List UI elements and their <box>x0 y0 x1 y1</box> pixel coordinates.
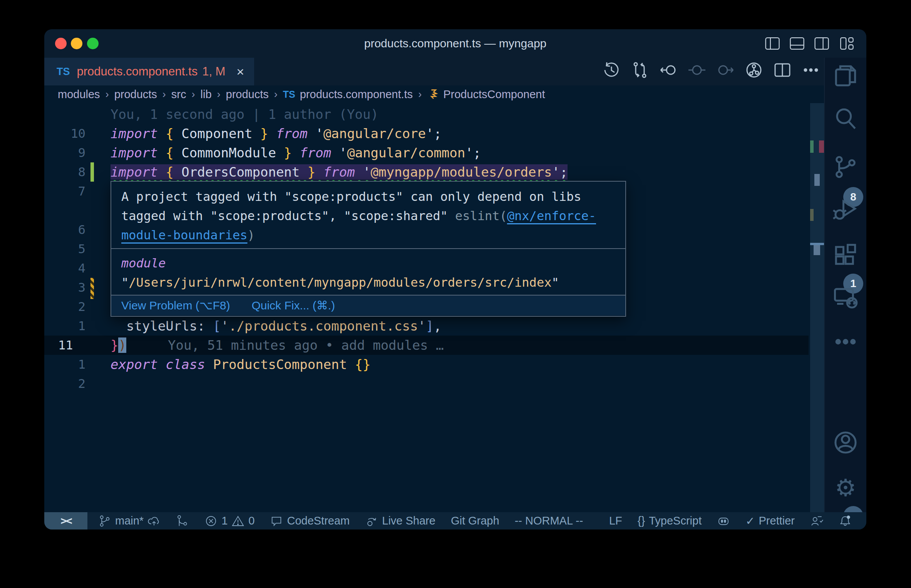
code-line-11-current[interactable]: })You, 51 minutes ago • add modules … <box>111 336 444 355</box>
more-actions-icon[interactable] <box>802 61 820 81</box>
next-diff-icon-disabled[interactable] <box>716 61 735 81</box>
code-line-8-error[interactable]: import { OrdersComponent } from '@myngap… <box>111 162 568 182</box>
search-icon[interactable] <box>833 106 858 133</box>
line-number: 7 <box>44 182 85 201</box>
line-number: 1 <box>44 316 85 336</box>
git-graph-circle-icon[interactable] <box>745 61 763 81</box>
scrollbar-slider[interactable] <box>810 103 824 512</box>
language-indicator[interactable]: {}TypeScript <box>638 514 702 527</box>
line-number: 10 <box>44 124 85 143</box>
line-number: 6 <box>44 220 85 239</box>
line-number: 9 <box>44 143 85 162</box>
run-debug-icon[interactable] <box>833 197 858 224</box>
more-views-icon[interactable] <box>833 329 858 356</box>
feedback-icon[interactable] <box>810 514 823 528</box>
line-number-current: 11 <box>44 336 98 355</box>
breadcrumb-symbol[interactable]: ProductsComponent <box>443 88 545 101</box>
eol-indicator[interactable]: LF <box>609 514 622 527</box>
tab-close-icon[interactable]: × <box>236 64 244 79</box>
ruler-error-mark <box>819 140 824 153</box>
timeline-history-icon[interactable] <box>602 61 621 81</box>
window-title: products.component.ts — myngapp <box>44 29 866 58</box>
breadcrumb-file[interactable]: products.component.ts <box>300 88 413 101</box>
gutter-added-indicator <box>90 162 94 182</box>
tab-products-component[interactable]: TS products.component.ts 1, M × <box>44 58 254 85</box>
customize-layout-icon[interactable] <box>839 36 855 53</box>
vim-mode-indicator[interactable]: -- NORMAL -- <box>515 514 583 527</box>
line-number: 3 <box>44 278 85 297</box>
previous-change-icon[interactable] <box>659 61 678 81</box>
line-number <box>44 201 85 220</box>
breadcrumb-item[interactable]: products <box>226 88 269 101</box>
quick-fix-button[interactable]: Quick Fix... (⌘.) <box>251 296 335 315</box>
breadcrumb-separator: › <box>274 89 278 100</box>
git-graph-item[interactable]: Git Graph <box>451 514 499 527</box>
explorer-icon[interactable] <box>833 63 858 90</box>
vscode-window: products.component.ts — myngapp TS produ… <box>44 29 866 530</box>
code-line-10[interactable]: import { Component } from '@angular/core… <box>111 124 442 143</box>
gitlens-graph-item[interactable] <box>176 514 189 528</box>
popup-action-bar: View Problem (⌥F8) Quick Fix... (⌘.) <box>111 295 625 315</box>
live-share-icon <box>365 514 378 528</box>
prettier-item[interactable]: ✓Prettier <box>745 514 795 528</box>
remote-indicator[interactable]: >< <box>44 512 87 530</box>
commit-graph-icon <box>176 514 189 528</box>
view-problem-button[interactable]: View Problem (⌥F8) <box>121 296 230 315</box>
breadcrumb-item[interactable]: lib <box>201 88 212 101</box>
ruler-highlight-mark <box>814 174 820 186</box>
typescript-file-icon: TS <box>283 89 295 100</box>
module-info-section: module "/Users/juri/nrwl/content/myngapp… <box>111 248 625 295</box>
toggle-secondary-sidebar-icon[interactable] <box>814 36 830 53</box>
remote-explorer-icon[interactable] <box>833 285 858 312</box>
error-icon <box>204 514 218 528</box>
warning-count: 0 <box>248 514 255 527</box>
editor-scrollbar[interactable] <box>810 103 824 512</box>
code-line-styleurls[interactable]: styleUrls: ['./products.component.css'], <box>111 316 442 336</box>
accounts-icon[interactable] <box>833 430 858 457</box>
codestream-item[interactable]: CodeStream <box>270 514 350 528</box>
error-hover-popup: A project tagged with "scope:products" c… <box>111 181 626 317</box>
code-line-9[interactable]: import { CommonModule } from '@angular/c… <box>111 143 481 162</box>
gutter-modified-indicator <box>90 278 94 299</box>
tab-bar: TS products.component.ts 1, M × <box>44 58 866 85</box>
extensions-icon[interactable] <box>833 242 858 269</box>
line-number: 1 <box>44 355 85 374</box>
error-message-line: A project tagged with "scope:products" c… <box>121 187 615 206</box>
gitlens-blame-annotation: You, 1 second ago | 1 author (You) <box>111 105 378 124</box>
tab-label: products.component.ts <box>77 65 198 79</box>
line-number: 2 <box>44 374 85 393</box>
git-branch-item[interactable]: main* <box>98 514 161 528</box>
ruler-added-mark <box>810 140 814 153</box>
compare-changes-icon[interactable] <box>631 61 649 81</box>
git-branch-icon <box>98 514 111 528</box>
error-count: 1 <box>221 514 228 527</box>
source-control-icon[interactable] <box>833 154 858 181</box>
module-keyword: module <box>121 256 166 271</box>
error-message-line: tagged with "scope:products", "scope:sha… <box>121 206 615 226</box>
toggle-primary-sidebar-icon[interactable] <box>765 36 781 53</box>
toggle-panel-icon[interactable] <box>789 36 805 53</box>
title-bar: products.component.ts — myngapp <box>44 29 866 58</box>
notifications-bell-icon[interactable] <box>839 514 852 528</box>
code-line-export[interactable]: export class ProductsComponent {} <box>111 355 371 374</box>
settings-gear-icon[interactable]: ⚙ <box>835 474 856 502</box>
previous-diff-icon-disabled[interactable] <box>688 61 706 81</box>
live-share-item[interactable]: Live Share <box>365 514 435 528</box>
warning-icon <box>231 514 244 528</box>
eslint-rule-link[interactable]: @nx/enforce- <box>507 209 596 223</box>
copilot-icon[interactable] <box>717 514 730 528</box>
comment-bubble-icon <box>270 514 283 528</box>
line-number: 5 <box>44 239 85 259</box>
breadcrumb-item[interactable]: modules <box>58 88 100 101</box>
breadcrumb-item[interactable]: src <box>171 88 186 101</box>
breadcrumb-separator: › <box>106 89 109 100</box>
eslint-rule-link[interactable]: module-boundaries <box>121 228 248 242</box>
problems-item[interactable]: 1 0 <box>204 514 255 528</box>
code-editor[interactable]: 10 9 8 7 6 5 4 3 2 1 11 1 2 You, 1 secon… <box>44 103 809 512</box>
breadcrumb-item[interactable]: products <box>114 88 157 101</box>
cloud-upload-icon <box>147 514 161 528</box>
line-number: 8 <box>44 162 85 182</box>
split-editor-icon[interactable] <box>773 61 792 81</box>
line-number: 4 <box>44 259 85 278</box>
vim-block-cursor: ) <box>118 337 126 353</box>
